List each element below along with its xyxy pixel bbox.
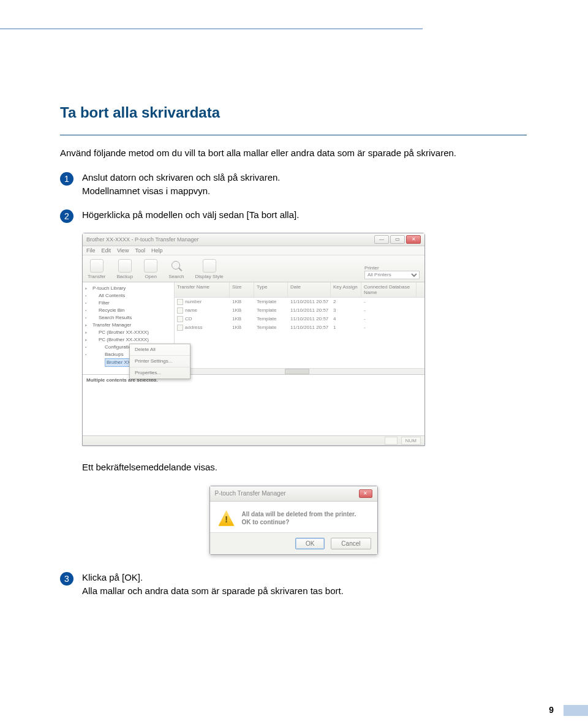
display-icon [203,259,216,273]
toolbar: Transfer Backup Open Search Display Styl… [83,255,424,282]
col-size[interactable]: Size [230,282,254,297]
confirm-dialog: P-touch Transfer Manager ✕ All data will… [209,486,378,555]
col-name[interactable]: Transfer Name [175,282,230,297]
step-number-badge: 2 [60,209,74,223]
list-row[interactable]: name 1KBTemplate11/10/2011 20:573- [175,306,424,315]
tree-filter[interactable]: Filter [84,299,173,307]
close-button[interactable]: ✕ [406,235,421,244]
page-content: Ta bort alla skrivardata Använd följande… [60,0,527,598]
context-delete-all[interactable]: Delete All [130,344,190,356]
backup-button[interactable]: Backup [117,259,134,279]
page-edge-tab [564,705,588,716]
open-icon [144,259,157,273]
backup-label: Backup [117,274,134,279]
maximize-button[interactable]: ▭ [390,235,405,244]
step-3-line-2: Alla mallar och andra data som är sparad… [82,584,344,598]
step-2-text: Högerklicka på modellen och välj sedan [… [82,208,299,222]
status-num: NUM [401,437,421,445]
tree-panel: P-touch Library All Contents Filter Recy… [83,282,175,374]
transfer-label: Transfer [88,274,106,279]
col-date[interactable]: Date [288,282,331,297]
tree-transfer-manager[interactable]: Transfer Manager [84,322,173,329]
ok-button[interactable]: OK [295,538,325,549]
status-empty [385,437,398,445]
printer-label: Printer [364,265,420,271]
printer-selector: Printer All Printers [364,265,420,279]
template-icon [177,307,183,314]
tree-search-results[interactable]: Search Results [84,314,173,322]
list-body: number 1KBTemplate11/10/2011 20:572- nam… [175,298,424,368]
step-1: 1 Anslut datorn och skrivaren och slå på… [60,171,527,198]
step-number-badge: 1 [60,172,74,186]
menu-tool[interactable]: Tool [135,247,145,254]
minimize-button[interactable]: — [374,235,389,244]
list-row[interactable]: number 1KBTemplate11/10/2011 20:572- [175,298,424,306]
menubar: File Edit View Tool Help [83,246,424,255]
page-number: 9 [549,705,554,715]
dialog-titlebar: P-touch Transfer Manager ✕ [210,486,377,502]
search-button[interactable]: Search [168,259,184,279]
intro-text: Använd följande metod om du vill ta bort… [60,146,527,160]
confirmation-caption: Ett bekräftelsemeddelande visas. [82,462,527,472]
col-db[interactable]: Connected Database Name [361,282,417,297]
search-label: Search [168,274,184,279]
col-key[interactable]: Key Assign [331,282,361,297]
list-row[interactable]: CD 1KBTemplate11/10/2011 20:574- [175,315,424,323]
col-type[interactable]: Type [254,282,288,297]
tree-recycle-bin[interactable]: Recycle Bin [84,307,173,314]
step-1-line-2: Modellnamnet visas i mappvyn. [82,184,281,198]
template-icon [177,325,183,331]
template-icon [177,299,183,305]
printer-dropdown[interactable]: All Printers [364,271,420,279]
step-3-line-1: Klicka på [OK]. [82,571,344,585]
context-printer-settings[interactable]: Printer Settings... [130,356,190,367]
list-row[interactable]: address 1KBTemplate11/10/2011 20:571- [175,323,424,332]
dialog-message-line-1: All data will be deleted from the printe… [242,510,356,518]
preview-pane: Multiple contents are selected. [83,374,424,435]
tree-pc-1[interactable]: PC (Brother XX-XXXX) [84,329,173,336]
tree-pc-2[interactable]: PC (Brother XX-XXXX) [84,336,173,344]
display-style-button[interactable]: Display Style [195,259,224,279]
app-window: Brother XX-XXXX - P-touch Transfer Manag… [82,233,425,446]
menu-help[interactable]: Help [151,247,163,254]
horizontal-scrollbar[interactable] [175,368,424,374]
step-2: 2 Högerklicka på modellen och välj sedan… [60,208,527,223]
template-icon [177,316,183,322]
step-number-badge: 3 [60,572,74,586]
menu-edit[interactable]: Edit [102,247,111,254]
menu-view[interactable]: View [117,247,129,254]
window-title: Brother XX-XXXX - P-touch Transfer Manag… [86,236,199,243]
list-panel: Transfer Name Size Type Date Key Assign … [175,282,424,374]
heading-rule [60,135,527,135]
menu-file[interactable]: File [86,247,96,254]
page-title: Ta bort alla skrivardata [60,104,527,121]
tree-all-contents[interactable]: All Contents [84,292,173,299]
step-1-line-1: Anslut datorn och skrivaren och slå på s… [82,171,281,185]
header-rule [0,28,423,29]
dialog-message-line-2: OK to continue? [242,518,356,526]
list-header: Transfer Name Size Type Date Key Assign … [175,282,424,298]
tree-library[interactable]: P-touch Library [84,285,173,292]
status-bar: NUM [83,435,424,445]
warning-icon [219,510,235,526]
display-label: Display Style [195,274,224,279]
transfer-button[interactable]: Transfer [88,259,106,279]
titlebar: Brother XX-XXXX - P-touch Transfer Manag… [83,233,424,246]
step-3: 3 Klicka på [OK]. Alla mallar och andra … [60,571,527,598]
backup-icon [118,259,132,273]
transfer-icon [90,259,104,273]
scrollbar-thumb[interactable] [285,369,309,374]
dialog-title: P-touch Transfer Manager [215,490,286,497]
context-menu: Delete All Printer Settings... Propertie… [129,344,190,379]
dialog-close-button[interactable]: ✕ [359,489,372,498]
open-button[interactable]: Open [144,259,157,279]
search-icon [170,259,183,273]
context-properties[interactable]: Properties... [130,367,190,379]
cancel-button[interactable]: Cancel [331,538,371,549]
open-label: Open [145,274,157,279]
